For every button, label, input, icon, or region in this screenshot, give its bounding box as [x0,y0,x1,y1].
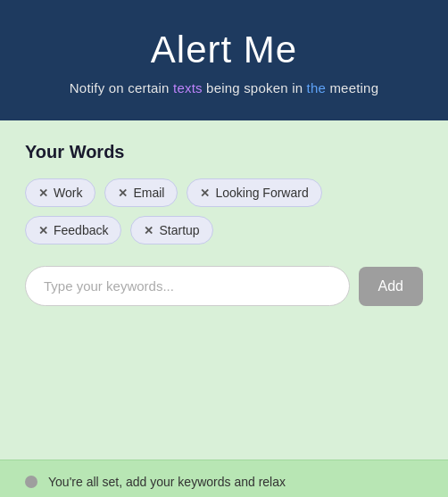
header-subtitle: Notify on certain texts being spoken in … [18,80,430,95]
tag-label-startup: Startup [159,223,199,237]
section-title: Your Words [25,142,423,162]
subtitle-word: Notify [70,80,105,95]
subtitle-word: on [109,80,124,95]
app-title: Alert Me [18,29,430,71]
tag-feedback[interactable]: ✕Feedback [25,216,121,244]
tag-label-work: Work [54,186,82,200]
tag-label-email: Email [133,186,164,200]
subtitle-word: the [307,80,326,95]
tag-startup[interactable]: ✕Startup [130,216,212,244]
subtitle-word: in [292,80,303,95]
tags-container: ✕Work✕Email✕Looking Forward✕Feedback✕Sta… [25,178,423,244]
footer-message: You're all set, add your keywords and re… [48,475,286,489]
tag-label-looking-forward: Looking Forward [215,186,308,200]
footer-bar: You're all set, add your keywords and re… [0,460,448,497]
tag-close-email[interactable]: ✕ [118,186,128,200]
subtitle-word: certain [128,80,169,95]
tag-email[interactable]: ✕Email [104,178,178,207]
input-row: Add [25,266,423,306]
subtitle-word: texts [173,80,203,95]
tag-close-looking-forward[interactable]: ✕ [200,186,210,200]
tag-label-feedback: Feedback [54,223,108,237]
subtitle-word: meeting [329,80,378,95]
tag-looking-forward[interactable]: ✕Looking Forward [187,178,321,207]
main-content: Your Words ✕Work✕Email✕Looking Forward✕F… [0,120,448,460]
keyword-input[interactable] [25,266,350,306]
tag-close-work[interactable]: ✕ [38,186,48,200]
subtitle-word: spoken [244,80,288,95]
tag-work[interactable]: ✕Work [25,178,95,207]
subtitle-word: being [206,80,240,95]
tag-close-startup[interactable]: ✕ [144,224,153,237]
tag-close-feedback[interactable]: ✕ [38,224,48,237]
add-button[interactable]: Add [359,267,423,306]
status-dot [25,476,37,488]
app-container: Alert Me Notify on certain texts being s… [0,0,448,497]
header: Alert Me Notify on certain texts being s… [0,0,448,120]
